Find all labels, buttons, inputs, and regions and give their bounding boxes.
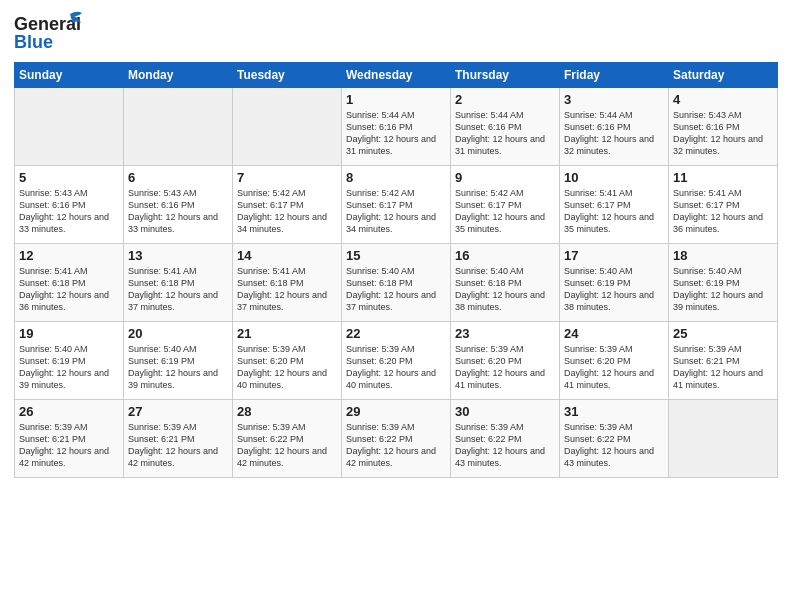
cell-info: Sunrise: 5:39 AM Sunset: 6:20 PM Dayligh…: [237, 343, 337, 392]
cell-info: Sunrise: 5:42 AM Sunset: 6:17 PM Dayligh…: [455, 187, 555, 236]
cell-info: Sunrise: 5:42 AM Sunset: 6:17 PM Dayligh…: [237, 187, 337, 236]
cell-info: Sunrise: 5:41 AM Sunset: 6:17 PM Dayligh…: [673, 187, 773, 236]
day-number: 5: [19, 170, 119, 185]
cell-info: Sunrise: 5:43 AM Sunset: 6:16 PM Dayligh…: [673, 109, 773, 158]
page: GeneralBlue SundayMondayTuesdayWednesday…: [0, 0, 792, 612]
day-number: 20: [128, 326, 228, 341]
day-number: 10: [564, 170, 664, 185]
calendar-cell: 30Sunrise: 5:39 AM Sunset: 6:22 PM Dayli…: [451, 400, 560, 478]
calendar-cell: 23Sunrise: 5:39 AM Sunset: 6:20 PM Dayli…: [451, 322, 560, 400]
calendar-cell: 27Sunrise: 5:39 AM Sunset: 6:21 PM Dayli…: [124, 400, 233, 478]
calendar-cell: [669, 400, 778, 478]
day-number: 22: [346, 326, 446, 341]
week-row-5: 26Sunrise: 5:39 AM Sunset: 6:21 PM Dayli…: [15, 400, 778, 478]
calendar-cell: 12Sunrise: 5:41 AM Sunset: 6:18 PM Dayli…: [15, 244, 124, 322]
calendar-cell: 4Sunrise: 5:43 AM Sunset: 6:16 PM Daylig…: [669, 88, 778, 166]
calendar-cell: 26Sunrise: 5:39 AM Sunset: 6:21 PM Dayli…: [15, 400, 124, 478]
day-header-saturday: Saturday: [669, 63, 778, 88]
calendar-cell: 20Sunrise: 5:40 AM Sunset: 6:19 PM Dayli…: [124, 322, 233, 400]
day-number: 7: [237, 170, 337, 185]
day-number: 1: [346, 92, 446, 107]
day-header-tuesday: Tuesday: [233, 63, 342, 88]
day-number: 30: [455, 404, 555, 419]
cell-info: Sunrise: 5:39 AM Sunset: 6:22 PM Dayligh…: [564, 421, 664, 470]
calendar-cell: 6Sunrise: 5:43 AM Sunset: 6:16 PM Daylig…: [124, 166, 233, 244]
day-number: 16: [455, 248, 555, 263]
cell-info: Sunrise: 5:43 AM Sunset: 6:16 PM Dayligh…: [128, 187, 228, 236]
cell-info: Sunrise: 5:39 AM Sunset: 6:22 PM Dayligh…: [455, 421, 555, 470]
calendar-cell: 22Sunrise: 5:39 AM Sunset: 6:20 PM Dayli…: [342, 322, 451, 400]
cell-info: Sunrise: 5:44 AM Sunset: 6:16 PM Dayligh…: [564, 109, 664, 158]
cell-info: Sunrise: 5:40 AM Sunset: 6:18 PM Dayligh…: [346, 265, 446, 314]
calendar-cell: 24Sunrise: 5:39 AM Sunset: 6:20 PM Dayli…: [560, 322, 669, 400]
day-number: 28: [237, 404, 337, 419]
day-number: 21: [237, 326, 337, 341]
day-number: 11: [673, 170, 773, 185]
day-number: 18: [673, 248, 773, 263]
day-number: 19: [19, 326, 119, 341]
calendar-cell: 28Sunrise: 5:39 AM Sunset: 6:22 PM Dayli…: [233, 400, 342, 478]
cell-info: Sunrise: 5:40 AM Sunset: 6:19 PM Dayligh…: [564, 265, 664, 314]
cell-info: Sunrise: 5:39 AM Sunset: 6:22 PM Dayligh…: [346, 421, 446, 470]
cell-info: Sunrise: 5:39 AM Sunset: 6:20 PM Dayligh…: [564, 343, 664, 392]
calendar-cell: [15, 88, 124, 166]
day-header-monday: Monday: [124, 63, 233, 88]
calendar-cell: 8Sunrise: 5:42 AM Sunset: 6:17 PM Daylig…: [342, 166, 451, 244]
cell-info: Sunrise: 5:40 AM Sunset: 6:18 PM Dayligh…: [455, 265, 555, 314]
calendar-cell: 5Sunrise: 5:43 AM Sunset: 6:16 PM Daylig…: [15, 166, 124, 244]
day-number: 3: [564, 92, 664, 107]
calendar-cell: 18Sunrise: 5:40 AM Sunset: 6:19 PM Dayli…: [669, 244, 778, 322]
day-number: 8: [346, 170, 446, 185]
cell-info: Sunrise: 5:44 AM Sunset: 6:16 PM Dayligh…: [455, 109, 555, 158]
calendar-cell: 7Sunrise: 5:42 AM Sunset: 6:17 PM Daylig…: [233, 166, 342, 244]
day-number: 9: [455, 170, 555, 185]
day-number: 2: [455, 92, 555, 107]
calendar-cell: 14Sunrise: 5:41 AM Sunset: 6:18 PM Dayli…: [233, 244, 342, 322]
calendar-table: SundayMondayTuesdayWednesdayThursdayFrid…: [14, 62, 778, 478]
cell-info: Sunrise: 5:39 AM Sunset: 6:21 PM Dayligh…: [128, 421, 228, 470]
calendar-cell: 19Sunrise: 5:40 AM Sunset: 6:19 PM Dayli…: [15, 322, 124, 400]
day-number: 26: [19, 404, 119, 419]
cell-info: Sunrise: 5:40 AM Sunset: 6:19 PM Dayligh…: [673, 265, 773, 314]
calendar-cell: 3Sunrise: 5:44 AM Sunset: 6:16 PM Daylig…: [560, 88, 669, 166]
day-header-friday: Friday: [560, 63, 669, 88]
header: GeneralBlue: [14, 10, 778, 54]
cell-info: Sunrise: 5:40 AM Sunset: 6:19 PM Dayligh…: [19, 343, 119, 392]
day-number: 6: [128, 170, 228, 185]
cell-info: Sunrise: 5:39 AM Sunset: 6:20 PM Dayligh…: [346, 343, 446, 392]
cell-info: Sunrise: 5:39 AM Sunset: 6:22 PM Dayligh…: [237, 421, 337, 470]
cell-info: Sunrise: 5:41 AM Sunset: 6:17 PM Dayligh…: [564, 187, 664, 236]
day-number: 31: [564, 404, 664, 419]
day-number: 15: [346, 248, 446, 263]
calendar-cell: 1Sunrise: 5:44 AM Sunset: 6:16 PM Daylig…: [342, 88, 451, 166]
calendar-cell: 9Sunrise: 5:42 AM Sunset: 6:17 PM Daylig…: [451, 166, 560, 244]
calendar-cell: 16Sunrise: 5:40 AM Sunset: 6:18 PM Dayli…: [451, 244, 560, 322]
calendar-cell: 11Sunrise: 5:41 AM Sunset: 6:17 PM Dayli…: [669, 166, 778, 244]
day-number: 12: [19, 248, 119, 263]
cell-info: Sunrise: 5:40 AM Sunset: 6:19 PM Dayligh…: [128, 343, 228, 392]
calendar-cell: 10Sunrise: 5:41 AM Sunset: 6:17 PM Dayli…: [560, 166, 669, 244]
calendar-cell: 15Sunrise: 5:40 AM Sunset: 6:18 PM Dayli…: [342, 244, 451, 322]
day-header-thursday: Thursday: [451, 63, 560, 88]
day-number: 29: [346, 404, 446, 419]
calendar-cell: 31Sunrise: 5:39 AM Sunset: 6:22 PM Dayli…: [560, 400, 669, 478]
calendar-cell: 21Sunrise: 5:39 AM Sunset: 6:20 PM Dayli…: [233, 322, 342, 400]
cell-info: Sunrise: 5:42 AM Sunset: 6:17 PM Dayligh…: [346, 187, 446, 236]
cell-info: Sunrise: 5:44 AM Sunset: 6:16 PM Dayligh…: [346, 109, 446, 158]
cell-info: Sunrise: 5:41 AM Sunset: 6:18 PM Dayligh…: [237, 265, 337, 314]
week-row-3: 12Sunrise: 5:41 AM Sunset: 6:18 PM Dayli…: [15, 244, 778, 322]
cell-info: Sunrise: 5:39 AM Sunset: 6:20 PM Dayligh…: [455, 343, 555, 392]
calendar-cell: 17Sunrise: 5:40 AM Sunset: 6:19 PM Dayli…: [560, 244, 669, 322]
day-number: 14: [237, 248, 337, 263]
day-number: 13: [128, 248, 228, 263]
day-number: 17: [564, 248, 664, 263]
cell-info: Sunrise: 5:41 AM Sunset: 6:18 PM Dayligh…: [19, 265, 119, 314]
day-number: 23: [455, 326, 555, 341]
week-row-1: 1Sunrise: 5:44 AM Sunset: 6:16 PM Daylig…: [15, 88, 778, 166]
cell-info: Sunrise: 5:39 AM Sunset: 6:21 PM Dayligh…: [673, 343, 773, 392]
svg-text:Blue: Blue: [14, 32, 53, 52]
cell-info: Sunrise: 5:43 AM Sunset: 6:16 PM Dayligh…: [19, 187, 119, 236]
calendar-cell: [124, 88, 233, 166]
header-row: SundayMondayTuesdayWednesdayThursdayFrid…: [15, 63, 778, 88]
day-number: 25: [673, 326, 773, 341]
